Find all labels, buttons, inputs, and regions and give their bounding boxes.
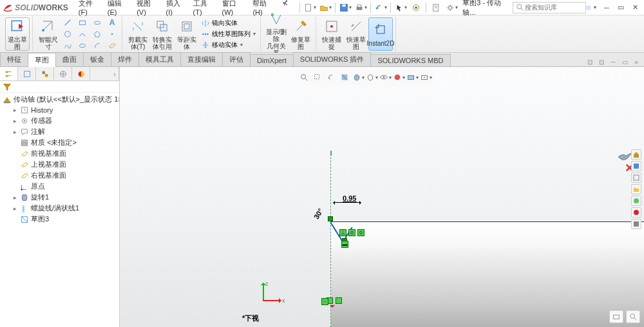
zoom-area-button[interactable] [311, 71, 324, 84]
hide-show-button[interactable]: ▾ [379, 71, 392, 84]
relation-badge[interactable]: ⊥ [339, 229, 346, 236]
tab-surfaces[interactable]: 曲面 [55, 52, 84, 66]
spline-tool[interactable] [61, 40, 75, 51]
tab-dimxpert[interactable]: DimXpert [250, 54, 294, 66]
search-input[interactable] [525, 4, 583, 11]
relation-badge[interactable]: ◦ [321, 298, 328, 305]
undo-button[interactable]: ▾ [374, 1, 388, 14]
display-style-button[interactable]: ▾ [365, 71, 378, 84]
taskpane-explorer-icon[interactable] [631, 184, 641, 194]
polygon-tool[interactable] [90, 28, 104, 39]
move-entities-button[interactable]: 移动实体▾ [199, 40, 258, 50]
menu-tools[interactable]: 工具(T) [188, 0, 217, 18]
tab-mbd[interactable]: SOLIDWORKS MBD [370, 54, 450, 66]
open-button[interactable]: ▾ [318, 1, 332, 14]
taskpane-appearance-icon[interactable] [631, 207, 641, 218]
tree-item[interactable]: ▸History [0, 105, 119, 115]
taskpane-resources-icon[interactable] [631, 161, 641, 171]
help-icon[interactable]: ?▾ [586, 2, 599, 14]
mdi-minimize-icon[interactable]: ─ [608, 57, 618, 66]
tab-moldtools[interactable]: 模具工具 [138, 52, 181, 66]
tab-evaluate[interactable]: 评估 [222, 52, 251, 66]
tree-item[interactable]: ▸旋转1 [0, 192, 119, 203]
dimxpert-tab[interactable] [54, 67, 72, 80]
feature-tree-tab[interactable] [0, 67, 18, 80]
zoom-custom-icon[interactable] [609, 310, 623, 323]
view-settings-button[interactable]: ▾ [419, 71, 432, 84]
taskpane-custom-icon[interactable] [631, 219, 641, 229]
exit-sketch-button[interactable]: 退出草 图 [5, 17, 30, 51]
edit-appearance-button[interactable]: ▾ [392, 71, 405, 84]
close-button[interactable]: ✕ [629, 2, 641, 14]
tree-expand-icon[interactable]: › [90, 67, 119, 80]
menu-view[interactable]: 视图(V) [131, 0, 160, 18]
menu-insert[interactable]: 插入(I) [161, 0, 188, 18]
rect-tool[interactable] [75, 17, 90, 28]
tab-addins[interactable]: SOLIDWORKS 插件 [293, 52, 372, 66]
print-button[interactable]: ▾ [354, 1, 368, 14]
apply-scene-button[interactable]: ▾ [406, 71, 419, 84]
menu-window[interactable]: 窗口(W) [217, 0, 248, 18]
tree-item[interactable]: 草图3 [0, 214, 119, 225]
trim-button[interactable]: 剪裁实 体(T) [126, 17, 150, 51]
convert-entities-button[interactable]: 转换实 体引用 [150, 17, 175, 51]
slot-tool[interactable] [90, 17, 104, 28]
tree-item[interactable]: 材质 <未指定> [0, 137, 119, 148]
relation-badge[interactable]: 0 [357, 229, 365, 236]
zoom-fit-button[interactable] [298, 71, 310, 84]
taskpane-view-icon[interactable] [631, 196, 641, 206]
linear-pattern-button[interactable]: 线性草图阵列▾ [199, 29, 258, 39]
tab-weldments[interactable]: 焊件 [111, 52, 139, 66]
linear-dimension[interactable]: 0.95 [343, 194, 356, 202]
view-orientation-button[interactable]: ▾ [352, 71, 365, 84]
section-view-button[interactable] [338, 71, 351, 84]
tree-item[interactable]: 右视基准面 [0, 170, 119, 181]
tab-directedit[interactable]: 直接编辑 [180, 52, 223, 66]
sketch-point[interactable] [328, 216, 333, 221]
smart-dimension-button[interactable]: 智能尺 寸 [36, 17, 61, 51]
tree-item[interactable]: ▸传感器 [0, 115, 119, 126]
rapid-sketch-button[interactable]: 快速草 图 [344, 17, 368, 51]
quick-snap-button[interactable]: 快速捕 捉 [319, 17, 344, 51]
menu-file[interactable]: 文件(F) [73, 0, 102, 18]
mdi-restore-icon[interactable]: ▭ [620, 57, 630, 66]
new-button[interactable]: ▾ [303, 1, 317, 14]
mdi-next-icon[interactable]: ⊡ [596, 57, 607, 66]
minimize-button[interactable]: ─ [600, 2, 613, 14]
zoom-fit-icon[interactable] [626, 310, 640, 323]
property-tab[interactable] [18, 67, 36, 80]
relation-badge[interactable]: 0 [348, 229, 355, 236]
tree-root[interactable]: 传动轴 (默认<<默认>_显示状态 1>) [0, 94, 119, 105]
taskpane-library-icon[interactable] [631, 173, 641, 183]
save-button[interactable]: ▾ [338, 1, 352, 14]
display-tab[interactable] [72, 67, 90, 80]
tab-features[interactable]: 特征 [0, 52, 28, 66]
repair-sketch-button[interactable]: 修复草 图 [289, 17, 313, 51]
graphics-area[interactable]: 0.95 30° ⊥ 0 0 ▬ ◦ z x *下视 ✕ [120, 67, 644, 327]
mdi-prev-icon[interactable]: ⊡ [585, 57, 595, 66]
circle-tool[interactable] [61, 28, 75, 39]
file-props-button[interactable] [429, 1, 443, 14]
taskpane-home-icon[interactable] [631, 149, 641, 160]
point-tool[interactable] [105, 28, 119, 39]
angle-dimension[interactable]: 30° [312, 207, 325, 220]
tree-item[interactable]: 原点 [0, 181, 119, 192]
config-tab[interactable] [36, 67, 54, 80]
tree-item[interactable]: ▸螺旋线/涡状线1 [0, 203, 119, 214]
tree-item[interactable]: ▸注解 [0, 126, 119, 137]
prev-view-button[interactable] [325, 71, 337, 84]
tree-item[interactable]: 前视基准面 [0, 148, 119, 159]
offset-entities-button[interactable]: 等距实 体 [175, 17, 199, 51]
options-button[interactable]: ▾ [444, 1, 459, 14]
search-box[interactable] [513, 2, 586, 14]
maximize-button[interactable]: ▭ [614, 2, 627, 14]
arc-tool[interactable] [75, 28, 90, 39]
plane-tool[interactable] [105, 40, 119, 51]
rebuild-button[interactable] [409, 1, 423, 14]
tab-sheetmetal[interactable]: 钣金 [83, 52, 111, 66]
mirror-entities-button[interactable]: 镜向实体 [199, 18, 258, 28]
line-tool[interactable] [61, 17, 75, 28]
ellipse-tool[interactable] [75, 40, 90, 51]
relation-badge[interactable]: ▬ [341, 241, 348, 248]
fillet-tool[interactable] [90, 40, 104, 51]
